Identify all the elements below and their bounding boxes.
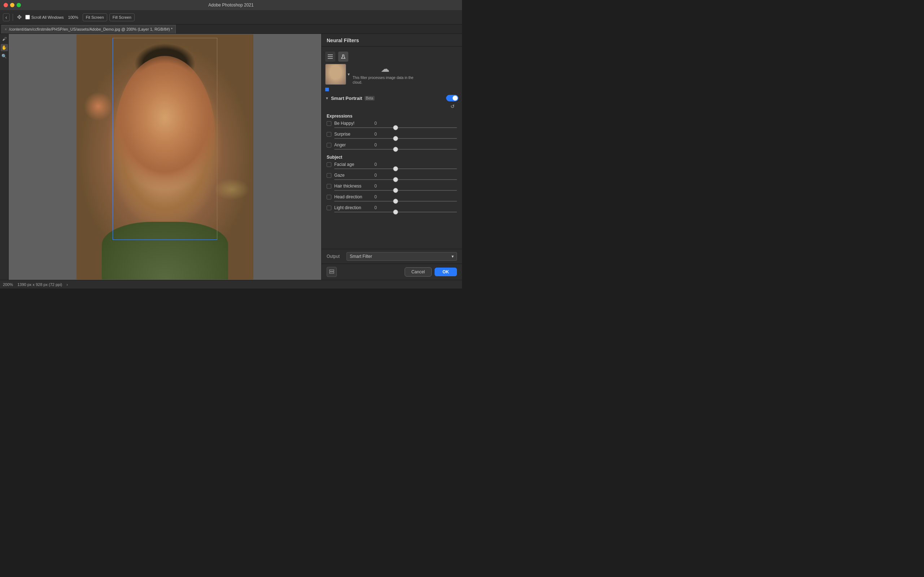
filter-list-icon (328, 54, 333, 59)
hair-thickness-value: 0 (370, 184, 377, 189)
gaze-slider-row: Gaze 0 (327, 173, 457, 182)
panel-content[interactable]: ▾ ☁ This filter processes image data in … (321, 47, 462, 249)
head-direction-label: Head direction (334, 194, 367, 200)
surprise-slider-row: Surprise 0 (327, 132, 457, 141)
panel-header: Neural Filters (321, 34, 462, 47)
bottom-buttons: Cancel OK (321, 264, 462, 280)
facial-age-slider-row: Facial age 0 (327, 162, 457, 171)
light-direction-value: 0 (370, 205, 377, 210)
canvas-area (9, 34, 321, 280)
shirt-layer (102, 222, 228, 279)
cloud-icon: ☁ (381, 64, 389, 74)
tab-close-icon[interactable]: × (5, 27, 7, 31)
scroll-arrow[interactable]: › (66, 282, 68, 287)
be-happy-slider-row: Be Happy! 0 (327, 121, 457, 130)
brush-tool-icon[interactable]: 🖌 (1, 35, 8, 43)
smart-portrait-header[interactable]: ▼ Smart Portrait Beta (321, 93, 462, 103)
active-dot (325, 88, 329, 91)
cancel-button[interactable]: Cancel (405, 267, 432, 277)
maximize-button[interactable] (16, 3, 21, 7)
tab-label: /content/dam/ccfirstmile/PHSP/en_US/asse… (9, 27, 173, 31)
gaze-thumb[interactable] (393, 177, 398, 182)
output-value: Smart Filter (350, 254, 372, 259)
gaze-track[interactable] (334, 179, 457, 180)
be-happy-checkbox[interactable] (327, 121, 331, 126)
anger-track[interactable] (334, 149, 457, 150)
canvas-background (9, 34, 321, 280)
hair-thickness-checkbox[interactable] (327, 184, 331, 189)
filter-preview-thumbnail (325, 64, 346, 85)
close-button[interactable] (3, 3, 8, 7)
be-happy-track[interactable] (334, 127, 457, 128)
surprise-track[interactable] (334, 138, 457, 139)
toolbar-divider-1 (13, 14, 13, 21)
cloud-text: This filter processes image data in the … (353, 76, 418, 85)
flask-icon (341, 54, 346, 59)
anger-thumb[interactable] (393, 147, 398, 152)
surprise-value: 0 (370, 132, 377, 137)
statusbar: 200% 1390 px x 928 px (72 ppi) › (0, 280, 462, 288)
light-direction-label: Light direction (334, 205, 367, 210)
facial-age-checkbox[interactable] (327, 162, 331, 167)
head-direction-slider-row: Head direction 0 (327, 194, 457, 204)
smart-portrait-toggle[interactable] (446, 95, 459, 102)
head-direction-checkbox[interactable] (327, 195, 331, 200)
light-direction-thumb[interactable] (393, 210, 398, 214)
zoom-tool-icon[interactable]: 🔍 (1, 53, 8, 60)
anger-checkbox[interactable] (327, 143, 331, 148)
thumbnail-chevron-btn[interactable]: ▾ (347, 72, 350, 77)
facial-age-thumb[interactable] (393, 166, 398, 171)
document-tab[interactable]: × /content/dam/ccfirstmile/PHSP/en_US/as… (2, 25, 176, 34)
zoom-level: 200% (3, 282, 13, 287)
output-select[interactable]: Smart Filter ▾ (347, 252, 457, 261)
output-section: Output Smart Filter ▾ (321, 249, 462, 264)
toggle-knob (452, 95, 458, 101)
cloud-info: ☁ This filter processes image data in th… (353, 64, 418, 85)
be-happy-thumb[interactable] (393, 125, 398, 130)
scroll-all-windows-checkbox[interactable]: Scroll All Windows (25, 15, 64, 19)
scroll-all-windows-input[interactable] (25, 15, 30, 19)
toolbar: ‹ ✥ Scroll All Windows 100% Fit Screen F… (0, 10, 462, 24)
svg-rect-3 (330, 270, 334, 271)
svg-rect-0 (328, 55, 333, 55)
anger-value: 0 (370, 142, 377, 148)
light-direction-checkbox[interactable] (327, 206, 331, 210)
fill-screen-button[interactable]: Fill Screen (109, 13, 135, 21)
minimize-button[interactable] (10, 3, 15, 7)
reset-button[interactable]: ↺ (448, 103, 457, 109)
zoom-display: 100% (66, 15, 81, 19)
hair-thickness-label: Hair thickness (334, 184, 367, 189)
back-button[interactable]: ‹ (3, 13, 10, 21)
facial-age-value: 0 (370, 162, 377, 167)
fit-screen-button[interactable]: Fit Screen (82, 13, 107, 21)
main-layout: 🖌 ✋ 🔍 Neural Filters (0, 34, 462, 280)
hand-tool-icon[interactable]: ✋ (1, 44, 8, 51)
head-direction-track[interactable] (334, 201, 457, 201)
light-direction-track[interactable] (334, 212, 457, 213)
head-direction-thumb[interactable] (393, 199, 398, 204)
anger-slider-row: Anger 0 (327, 142, 457, 152)
sliders-section: Expressions Be Happy! 0 (321, 111, 462, 218)
surprise-thumb[interactable] (393, 136, 398, 141)
layers-icon-btn[interactable] (327, 267, 337, 277)
traffic-lights (3, 3, 21, 7)
facial-age-track[interactable] (334, 168, 457, 169)
svg-rect-4 (330, 272, 334, 273)
collapse-icon: ▼ (325, 96, 329, 100)
panel-title: Neural Filters (327, 37, 359, 43)
hair-thickness-track[interactable] (334, 190, 457, 191)
tabbar: × /content/dam/ccfirstmile/PHSP/en_US/as… (0, 24, 462, 34)
smart-portrait-title: Smart Portrait (331, 95, 362, 101)
surprise-label: Surprise (334, 132, 367, 137)
surprise-checkbox[interactable] (327, 132, 331, 137)
gaze-checkbox[interactable] (327, 173, 331, 178)
hair-thickness-thumb[interactable] (393, 188, 398, 193)
bokeh-effect-1 (84, 92, 113, 121)
ok-button[interactable]: OK (435, 268, 457, 276)
gaze-value: 0 (370, 173, 377, 178)
beta-badge: Beta (365, 96, 375, 101)
svg-rect-1 (328, 56, 333, 57)
filter-list-btn[interactable] (325, 52, 335, 62)
filter-flask-btn[interactable] (338, 52, 348, 62)
sp-header-left: ▼ Smart Portrait Beta (325, 95, 446, 101)
